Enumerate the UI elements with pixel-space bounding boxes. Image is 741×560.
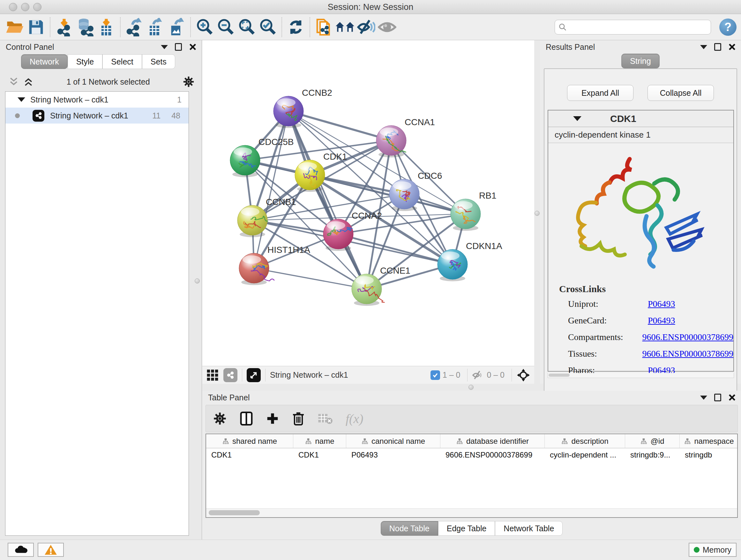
panel-menu-icon[interactable] <box>700 395 707 400</box>
column-header-name[interactable]: name <box>293 434 346 448</box>
table-row[interactable]: CDK1CDK1P064939606.ENSP00000378699cyclin… <box>206 448 737 462</box>
table-cell[interactable]: 9606.ENSP00000378699 <box>441 448 545 462</box>
tab-style[interactable]: Style <box>68 54 103 69</box>
save-session-button[interactable] <box>25 17 47 38</box>
panel-menu-icon[interactable] <box>700 45 707 49</box>
crosslink-link[interactable]: P06493 <box>648 299 675 309</box>
zoom-selected-button[interactable] <box>257 17 278 38</box>
export-network-button[interactable] <box>124 17 145 38</box>
show-all-networks-button[interactable] <box>334 17 355 38</box>
close-panel-icon[interactable] <box>728 43 736 51</box>
zoom-in-button[interactable] <box>194 17 215 38</box>
node-HIST1H1A[interactable] <box>239 253 274 285</box>
tab-string-results[interactable]: String <box>621 54 659 68</box>
network-row[interactable]: String Network – cdk1 11 48 <box>5 108 189 124</box>
network-view-canvas[interactable]: CCNB2CCNA1CDC25BCDK1CDC6RB1CCNB1CCNA2CDK… <box>202 40 534 366</box>
column-header-shared-name[interactable]: shared name <box>206 434 293 448</box>
column-header-canonical-name[interactable]: canonical name <box>346 434 441 448</box>
network-options-gear-icon[interactable] <box>183 76 195 88</box>
hide-graphics-details-button[interactable] <box>355 17 377 38</box>
table-horizontal-scrollbar[interactable] <box>206 508 737 517</box>
column-header-database-identifier[interactable]: database identifier <box>441 434 545 448</box>
zoom-fit-button[interactable] <box>236 17 257 38</box>
help-button[interactable]: ? <box>719 18 737 36</box>
collapse-section-icon[interactable] <box>573 116 582 121</box>
node-CDKN1A[interactable] <box>437 249 468 281</box>
network-collection-list: String Network – cdk1 1 String Network –… <box>5 91 189 536</box>
zoom-out-button[interactable] <box>215 17 236 38</box>
tab-node-table[interactable]: Node Table <box>381 521 438 536</box>
panel-menu-icon[interactable] <box>161 45 168 49</box>
splitter-handle[interactable] <box>535 211 540 216</box>
node-CCNA1[interactable] <box>376 125 406 158</box>
tab-network[interactable]: Network <box>21 54 68 69</box>
search-input[interactable] <box>567 23 707 32</box>
table-cell[interactable]: CDK1 <box>293 448 346 462</box>
control-panel-header: Control Panel <box>0 40 202 54</box>
node-CCNA2[interactable] <box>323 219 353 251</box>
refresh-view-button[interactable] <box>285 17 307 38</box>
network-collection-row[interactable]: String Network – cdk1 1 <box>5 91 189 108</box>
splitter-handle[interactable] <box>195 278 200 284</box>
node-RB1[interactable] <box>451 199 481 231</box>
crosslink-link[interactable]: P06493 <box>648 315 675 326</box>
table-cell[interactable]: cyclin-dependent ... <box>545 448 625 462</box>
export-image-button[interactable] <box>166 17 187 38</box>
memory-button[interactable]: Memory <box>689 543 737 557</box>
collection-expand-icon[interactable] <box>17 98 25 102</box>
table-cell[interactable]: P06493 <box>346 448 441 462</box>
column-header--id[interactable]: @id <box>625 434 680 448</box>
table-cell[interactable]: stringdb <box>680 448 738 462</box>
column-header-description[interactable]: description <box>545 434 625 448</box>
table-options-gear-icon[interactable] <box>213 412 227 426</box>
splitter-handle[interactable] <box>468 385 474 390</box>
close-panel-icon[interactable] <box>189 43 197 51</box>
delete-column-icon[interactable] <box>292 411 305 426</box>
search-field[interactable] <box>555 20 711 35</box>
tab-network-table[interactable]: Network Table <box>495 521 562 536</box>
birds-eye-navigator-icon[interactable] <box>516 368 530 382</box>
crosslink-link[interactable]: 9606.ENSP00000378699 <box>643 349 733 359</box>
expand-all-icon[interactable] <box>23 76 34 87</box>
clone-network-button[interactable] <box>313 17 334 38</box>
table-cell[interactable]: CDK1 <box>206 448 293 462</box>
import-network-from-file-button[interactable] <box>54 17 75 38</box>
table-cell[interactable]: stringdb:9... <box>625 448 680 462</box>
show-columns-icon[interactable] <box>240 411 253 426</box>
float-panel-icon[interactable] <box>714 394 721 401</box>
export-table-button[interactable] <box>145 17 166 38</box>
crosslink-link[interactable]: 9606.ENSP00000378699 <box>643 332 733 342</box>
tab-select[interactable]: Select <box>103 54 142 69</box>
selected-nodes-checkbox[interactable] <box>430 370 440 380</box>
close-panel-icon[interactable] <box>728 394 736 401</box>
collapse-all-button[interactable]: Collapse All <box>648 85 714 101</box>
results-horizontal-scrollbar[interactable] <box>548 373 734 378</box>
open-session-button[interactable] <box>4 17 25 38</box>
scrollbar-thumb[interactable] <box>549 374 569 377</box>
import-network-from-database-button[interactable] <box>75 17 96 38</box>
tab-edge-table[interactable]: Edge Table <box>438 521 495 536</box>
scrollbar-thumb[interactable] <box>209 510 260 515</box>
node-CDC25B[interactable] <box>230 145 260 177</box>
string-style-icon[interactable] <box>223 368 238 382</box>
expand-all-button[interactable]: Expand All <box>567 85 633 101</box>
add-column-icon[interactable] <box>266 412 279 425</box>
node-CDC6[interactable] <box>389 179 419 211</box>
import-table-from-file-button[interactable] <box>96 17 117 38</box>
float-panel-icon[interactable] <box>175 43 182 51</box>
open-in-window-icon[interactable] <box>247 368 261 382</box>
node-CDK1[interactable] <box>295 160 325 192</box>
gene-section-header[interactable]: CDK1 <box>548 111 733 127</box>
float-panel-icon[interactable] <box>714 43 721 51</box>
cloud-status-button[interactable] <box>8 543 34 557</box>
warnings-button[interactable] <box>38 543 64 557</box>
node-CCNB1[interactable] <box>238 205 268 237</box>
collapse-all-icon[interactable] <box>8 76 19 87</box>
tab-sets[interactable]: Sets <box>142 54 175 69</box>
edge-CCNB2-CCNE1[interactable] <box>288 111 367 289</box>
node-table[interactable]: shared namenamecanonical namedatabase id… <box>205 434 738 518</box>
grid-view-icon[interactable] <box>206 369 219 381</box>
show-graphics-details-button[interactable] <box>377 17 398 38</box>
column-type-icon <box>684 438 691 445</box>
column-header-namespace[interactable]: namespace <box>680 434 738 448</box>
